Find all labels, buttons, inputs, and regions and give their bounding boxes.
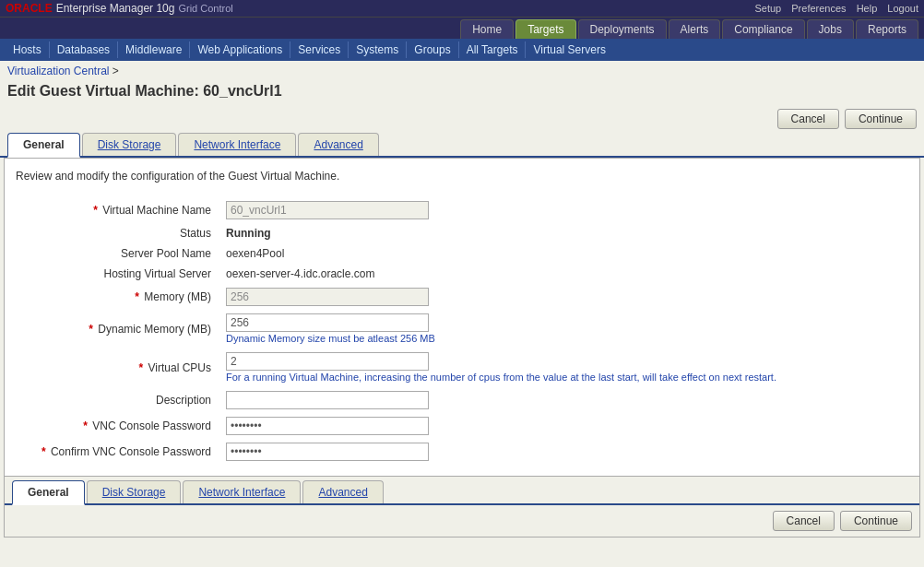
field-server-pool: Server Pool Name oexen4Pool xyxy=(16,243,908,264)
continue-button-top[interactable]: Continue xyxy=(845,109,917,129)
preferences-link[interactable]: Preferences xyxy=(791,3,846,14)
cancel-button-top[interactable]: Cancel xyxy=(777,109,839,129)
value-dynamic-memory: Dynamic Memory size must be atleast 256 … xyxy=(219,310,908,348)
tab-disk-storage-bottom[interactable]: Disk Storage xyxy=(87,480,182,503)
label-virtual-cpus: * Virtual CPUs xyxy=(16,348,219,387)
main-navigation: Home Targets Deployments Alerts Complian… xyxy=(0,17,924,39)
sec-nav-databases[interactable]: Databases xyxy=(50,41,118,58)
sec-nav-services[interactable]: Services xyxy=(290,41,349,58)
breadcrumb-separator: > xyxy=(113,65,119,77)
tab-targets[interactable]: Targets xyxy=(515,19,575,39)
required-star: * xyxy=(93,204,98,217)
tab-network-interface-top[interactable]: Network Interface xyxy=(178,133,296,156)
required-star-cpus: * xyxy=(139,361,144,374)
main-content: Review and modify the configuration of t… xyxy=(4,158,920,477)
logout-link[interactable]: Logout xyxy=(887,3,918,14)
field-hosting-server: Hosting Virtual Server oexen-server-4.id… xyxy=(16,264,908,284)
status-value: Running xyxy=(226,225,271,242)
tab-home[interactable]: Home xyxy=(460,19,514,39)
sec-nav-groups[interactable]: Groups xyxy=(407,41,458,58)
value-server-pool: oexen4Pool xyxy=(219,243,908,264)
label-server-pool: Server Pool Name xyxy=(16,243,219,264)
value-vnc-password xyxy=(219,413,908,439)
help-link[interactable]: Help xyxy=(857,3,878,14)
label-hosting-server: Hosting Virtual Server xyxy=(16,264,219,284)
value-vm-name xyxy=(219,197,908,223)
required-star-confirm-vnc: * xyxy=(41,445,46,458)
tab-reports[interactable]: Reports xyxy=(856,19,918,39)
label-memory: * Memory (MB) xyxy=(16,284,219,310)
label-description: Description xyxy=(16,387,219,413)
bottom-tab-row: General Disk Storage Network Interface A… xyxy=(5,477,919,505)
input-description[interactable] xyxy=(226,391,429,409)
form-table: * Virtual Machine Name Status Running Se… xyxy=(16,197,908,465)
sec-nav-all-targets[interactable]: All Targets xyxy=(459,41,527,58)
virtual-cpus-hint: For a running Virtual Machine, increasin… xyxy=(226,372,776,383)
value-memory xyxy=(219,284,908,310)
required-star-memory: * xyxy=(135,290,139,303)
setup-link[interactable]: Setup xyxy=(754,3,781,14)
nav-tab-list: Home Targets Deployments Alerts Complian… xyxy=(460,19,918,39)
secondary-navigation: Hosts Databases Middleware Web Applicati… xyxy=(0,39,924,61)
tab-network-interface-bottom[interactable]: Network Interface xyxy=(183,480,301,503)
server-pool-value: oexen4Pool xyxy=(226,245,284,262)
oracle-brand: ORACLE xyxy=(6,2,53,15)
input-vm-name xyxy=(226,201,429,219)
tab-general-top[interactable]: General xyxy=(7,133,80,158)
field-dynamic-memory: * Dynamic Memory (MB) Dynamic Memory siz… xyxy=(16,310,908,348)
value-hosting-server: oexen-server-4.idc.oracle.com xyxy=(219,264,908,284)
value-description xyxy=(219,387,908,413)
cancel-button-bottom[interactable]: Cancel xyxy=(773,511,835,531)
sec-nav-middleware[interactable]: Middleware xyxy=(118,41,190,58)
tab-general-bottom[interactable]: General xyxy=(12,480,85,505)
input-memory xyxy=(226,288,429,306)
label-status: Status xyxy=(16,223,219,243)
tab-jobs[interactable]: Jobs xyxy=(807,19,854,39)
field-status: Status Running xyxy=(16,223,908,243)
label-vm-name: * Virtual Machine Name xyxy=(16,197,219,223)
breadcrumb-link[interactable]: Virtualization Central xyxy=(7,65,110,77)
hosting-server-value: oexen-server-4.idc.oracle.com xyxy=(226,266,374,282)
top-button-bar: Cancel Continue xyxy=(0,105,924,133)
dynamic-memory-hint: Dynamic Memory size must be atleast 256 … xyxy=(226,333,435,344)
oracle-logo: ORACLE Enterprise Manager 10g Grid Contr… xyxy=(6,2,233,15)
tab-advanced-top[interactable]: Advanced xyxy=(298,133,378,156)
field-virtual-cpus: * Virtual CPUs For a running Virtual Mac… xyxy=(16,348,908,387)
tab-deployments[interactable]: Deployments xyxy=(578,19,667,39)
input-vnc-password[interactable] xyxy=(226,417,429,435)
form-description: Review and modify the configuration of t… xyxy=(16,170,908,183)
top-links: Setup Preferences Help Logout xyxy=(747,3,918,14)
field-confirm-vnc-password: * Confirm VNC Console Password xyxy=(16,439,908,465)
input-confirm-vnc-password[interactable] xyxy=(226,443,429,461)
continue-button-bottom[interactable]: Continue xyxy=(840,511,912,531)
bottom-section: General Disk Storage Network Interface A… xyxy=(4,477,920,537)
label-dynamic-memory: * Dynamic Memory (MB) xyxy=(16,310,219,348)
top-tab-row: General Disk Storage Network Interface A… xyxy=(0,133,924,158)
value-status: Running xyxy=(219,223,908,243)
input-virtual-cpus[interactable] xyxy=(226,352,429,371)
tab-disk-storage-top[interactable]: Disk Storage xyxy=(82,133,177,156)
page-title: Edit Guest Virtual Machine: 60_vncUrl1 xyxy=(0,81,924,105)
product-name: Enterprise Manager 10g xyxy=(56,2,175,15)
value-virtual-cpus: For a running Virtual Machine, increasin… xyxy=(219,348,908,387)
field-vnc-password: * VNC Console Password xyxy=(16,413,908,439)
label-vnc-password: * VNC Console Password xyxy=(16,413,219,439)
sec-nav-virtual-servers[interactable]: Virtual Servers xyxy=(526,41,612,58)
field-memory: * Memory (MB) xyxy=(16,284,908,310)
sec-nav-hosts[interactable]: Hosts xyxy=(6,41,50,58)
tab-advanced-bottom[interactable]: Advanced xyxy=(302,480,383,503)
bottom-button-bar: Cancel Continue xyxy=(5,505,919,537)
sec-nav-systems[interactable]: Systems xyxy=(349,41,407,58)
value-confirm-vnc-password xyxy=(219,439,908,465)
field-description: Description xyxy=(16,387,908,413)
tab-alerts[interactable]: Alerts xyxy=(669,19,721,39)
required-star-vnc: * xyxy=(83,419,88,432)
sec-nav-webapps[interactable]: Web Applications xyxy=(190,41,290,58)
label-confirm-vnc-password: * Confirm VNC Console Password xyxy=(16,439,219,465)
top-bar: ORACLE Enterprise Manager 10g Grid Contr… xyxy=(0,0,924,17)
required-star-dyn-mem: * xyxy=(89,323,93,336)
tab-compliance[interactable]: Compliance xyxy=(722,19,804,39)
grid-control-label: Grid Control xyxy=(178,3,232,14)
field-vm-name: * Virtual Machine Name xyxy=(16,197,908,223)
input-dynamic-memory[interactable] xyxy=(226,313,429,332)
